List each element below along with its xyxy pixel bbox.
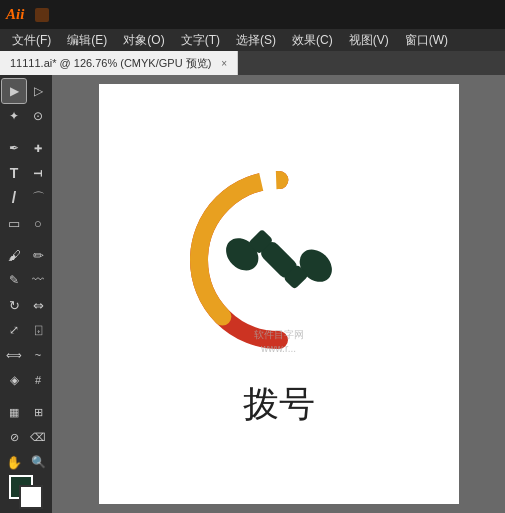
menu-window[interactable]: 窗口(W) — [397, 30, 456, 51]
document-tab[interactable]: 11111.ai* @ 126.76% (CMYK/GPU 预览) × — [0, 51, 238, 75]
tab-bar: 11111.ai* @ 126.76% (CMYK/GPU 预览) × — [0, 51, 505, 75]
scale-tool[interactable]: ⤢ — [2, 318, 26, 342]
title-bar-icon — [32, 5, 52, 25]
zoom-tool[interactable]: 🔍 — [26, 450, 50, 474]
artboard-tool[interactable]: ⊞ — [26, 400, 50, 424]
title-bar: Aii — [0, 0, 505, 29]
toolbar: ▶ ▷ ✦ ⊙ ✒ ✚ T T / ⌒ ▭ ○ 🖌 ✏ ✎ — [0, 75, 52, 513]
rectangle-tool[interactable]: ▭ — [2, 211, 26, 235]
color-swatch-main[interactable] — [9, 475, 43, 509]
anchor-tool[interactable]: ✚ — [26, 136, 50, 160]
pencil-tool[interactable]: ✎ — [2, 268, 26, 292]
menu-select[interactable]: 选择(S) — [228, 30, 284, 51]
warp-tool[interactable]: ~ — [26, 343, 50, 367]
phone-icon-graphic — [179, 160, 379, 360]
menu-bar: 文件(F) 编辑(E) 对象(O) 文字(T) 选择(S) 效果(C) 视图(V… — [0, 29, 505, 51]
slice-tool[interactable]: ⊘ — [2, 425, 26, 449]
icon-container: 软件目字网 www.r... 拨号 — [179, 160, 379, 429]
selection-tool[interactable]: ▶ — [2, 79, 26, 103]
magic-wand-tool[interactable]: ✦ — [2, 104, 26, 128]
ellipse-tool[interactable]: ○ — [26, 211, 50, 235]
canvas-area: 软件目字网 www.r... 拨号 — [52, 75, 505, 513]
arc-tool[interactable]: ⌒ — [26, 186, 50, 210]
shear-tool[interactable]: ⌺ — [26, 318, 50, 342]
blend-tool[interactable]: ◈ — [2, 368, 26, 392]
pen-tool[interactable]: ✒ — [2, 136, 26, 160]
smooth-tool[interactable]: 〰 — [26, 268, 50, 292]
width-tool[interactable]: ⟺ — [2, 343, 26, 367]
paintbrush-tool[interactable]: 🖌 — [2, 243, 26, 267]
vertical-type-tool[interactable]: T — [26, 161, 50, 185]
rotate-tool[interactable]: ↻ — [2, 293, 26, 317]
menu-type[interactable]: 文字(T) — [173, 30, 228, 51]
blob-brush-tool[interactable]: ✏ — [26, 243, 50, 267]
stroke-color-swatch[interactable] — [19, 485, 43, 509]
line-tool[interactable]: / — [2, 186, 26, 210]
lasso-tool[interactable]: ⊙ — [26, 104, 50, 128]
menu-view[interactable]: 视图(V) — [341, 30, 397, 51]
main-area: ▶ ▷ ✦ ⊙ ✒ ✚ T T / ⌒ ▭ ○ 🖌 ✏ ✎ — [0, 75, 505, 513]
reflect-tool[interactable]: ⇔ — [26, 293, 50, 317]
svg-rect-0 — [35, 8, 49, 22]
menu-edit[interactable]: 编辑(E) — [59, 30, 115, 51]
tab-close-button[interactable]: × — [221, 58, 227, 69]
mesh-tool[interactable]: # — [26, 368, 50, 392]
type-tool[interactable]: T — [2, 161, 26, 185]
tab-label: 11111.ai* @ 126.76% (CMYK/GPU 预览) — [10, 56, 211, 71]
icon-label: 拨号 — [243, 380, 315, 429]
menu-effect[interactable]: 效果(C) — [284, 30, 341, 51]
app-logo: Aii — [6, 6, 24, 23]
direct-selection-tool[interactable]: ▷ — [26, 79, 50, 103]
graph-tool[interactable]: ▦ — [2, 400, 26, 424]
hand-tool[interactable]: ✋ — [2, 450, 26, 474]
color-swatches — [8, 475, 44, 513]
artboard: 软件目字网 www.r... 拨号 — [99, 84, 459, 504]
eraser-tool[interactable]: ⌫ — [26, 425, 50, 449]
menu-file[interactable]: 文件(F) — [4, 30, 59, 51]
menu-object[interactable]: 对象(O) — [115, 30, 172, 51]
